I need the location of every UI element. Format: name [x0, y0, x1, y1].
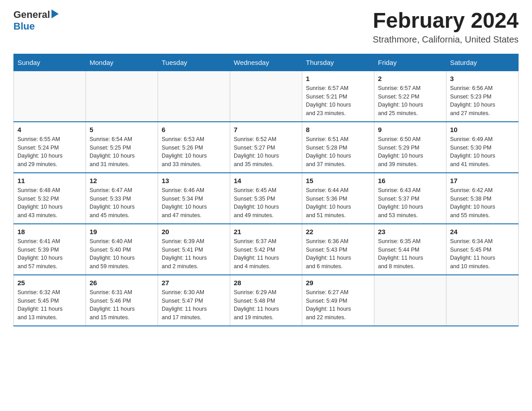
day-number: 6 [162, 126, 226, 133]
logo-triangle-icon [51, 9, 59, 18]
day-info: Sunrise: 6:34 AM Sunset: 5:45 PM Dayligh… [450, 237, 515, 271]
day-number: 4 [17, 126, 82, 133]
title-section: February 2024 Strathmore, California, Un… [373, 9, 519, 45]
calendar-cell: 10Sunrise: 6:49 AM Sunset: 5:30 PM Dayli… [446, 122, 519, 173]
day-info: Sunrise: 6:39 AM Sunset: 5:41 PM Dayligh… [162, 237, 226, 271]
day-header-thursday: Thursday [302, 54, 374, 71]
calendar-cell: 20Sunrise: 6:39 AM Sunset: 5:41 PM Dayli… [158, 224, 230, 275]
calendar-table: SundayMondayTuesdayWednesdayThursdayFrid… [13, 54, 519, 326]
day-info: Sunrise: 6:44 AM Sunset: 5:36 PM Dayligh… [306, 186, 370, 220]
day-number: 3 [450, 75, 515, 82]
logo: General Blue [13, 9, 59, 32]
day-info: Sunrise: 6:55 AM Sunset: 5:24 PM Dayligh… [17, 135, 82, 169]
day-number: 7 [234, 126, 298, 133]
day-info: Sunrise: 6:53 AM Sunset: 5:26 PM Dayligh… [162, 135, 226, 169]
day-number: 22 [306, 228, 370, 235]
day-info: Sunrise: 6:46 AM Sunset: 5:34 PM Dayligh… [162, 186, 226, 220]
calendar-cell [374, 275, 446, 326]
day-info: Sunrise: 6:57 AM Sunset: 5:21 PM Dayligh… [306, 84, 370, 118]
calendar-cell: 14Sunrise: 6:45 AM Sunset: 5:35 PM Dayli… [230, 173, 302, 224]
day-number: 26 [90, 279, 154, 287]
calendar-cell: 3Sunrise: 6:56 AM Sunset: 5:23 PM Daylig… [446, 71, 519, 122]
calendar-cell: 8Sunrise: 6:51 AM Sunset: 5:28 PM Daylig… [302, 122, 374, 173]
day-info: Sunrise: 6:29 AM Sunset: 5:48 PM Dayligh… [234, 288, 298, 322]
calendar-week-row: 4Sunrise: 6:55 AM Sunset: 5:24 PM Daylig… [14, 122, 519, 173]
calendar-cell: 22Sunrise: 6:36 AM Sunset: 5:43 PM Dayli… [302, 224, 374, 275]
calendar-cell: 18Sunrise: 6:41 AM Sunset: 5:39 PM Dayli… [14, 224, 86, 275]
day-info: Sunrise: 6:36 AM Sunset: 5:43 PM Dayligh… [306, 237, 370, 271]
calendar-cell [86, 71, 158, 122]
day-info: Sunrise: 6:47 AM Sunset: 5:33 PM Dayligh… [90, 186, 154, 220]
page-header: General Blue February 2024 Strathmore, C… [13, 9, 519, 45]
calendar-cell: 2Sunrise: 6:57 AM Sunset: 5:22 PM Daylig… [374, 71, 446, 122]
day-info: Sunrise: 6:49 AM Sunset: 5:30 PM Dayligh… [450, 135, 515, 169]
day-header-wednesday: Wednesday [230, 54, 302, 71]
day-info: Sunrise: 6:48 AM Sunset: 5:32 PM Dayligh… [17, 186, 82, 220]
calendar-cell [446, 275, 519, 326]
day-info: Sunrise: 6:51 AM Sunset: 5:28 PM Dayligh… [306, 135, 370, 169]
day-info: Sunrise: 6:41 AM Sunset: 5:39 PM Dayligh… [17, 237, 82, 271]
day-header-monday: Monday [86, 54, 158, 71]
day-info: Sunrise: 6:52 AM Sunset: 5:27 PM Dayligh… [234, 135, 298, 169]
day-info: Sunrise: 6:50 AM Sunset: 5:29 PM Dayligh… [378, 135, 442, 169]
logo-blue-text: Blue [13, 21, 35, 32]
day-info: Sunrise: 6:45 AM Sunset: 5:35 PM Dayligh… [234, 186, 298, 220]
day-number: 10 [450, 126, 515, 133]
day-number: 14 [234, 177, 298, 184]
calendar-cell: 9Sunrise: 6:50 AM Sunset: 5:29 PM Daylig… [374, 122, 446, 173]
day-info: Sunrise: 6:56 AM Sunset: 5:23 PM Dayligh… [450, 84, 515, 118]
calendar-cell: 12Sunrise: 6:47 AM Sunset: 5:33 PM Dayli… [86, 173, 158, 224]
calendar-cell: 11Sunrise: 6:48 AM Sunset: 5:32 PM Dayli… [14, 173, 86, 224]
logo-general-text: General [13, 9, 50, 21]
day-number: 29 [306, 279, 370, 287]
calendar-cell: 6Sunrise: 6:53 AM Sunset: 5:26 PM Daylig… [158, 122, 230, 173]
calendar-header-row: SundayMondayTuesdayWednesdayThursdayFrid… [14, 54, 519, 71]
calendar-cell: 7Sunrise: 6:52 AM Sunset: 5:27 PM Daylig… [230, 122, 302, 173]
day-number: 19 [90, 228, 154, 235]
day-number: 1 [306, 75, 370, 82]
day-number: 8 [306, 126, 370, 133]
day-info: Sunrise: 6:42 AM Sunset: 5:38 PM Dayligh… [450, 186, 515, 220]
calendar-cell: 5Sunrise: 6:54 AM Sunset: 5:25 PM Daylig… [86, 122, 158, 173]
calendar-cell: 29Sunrise: 6:27 AM Sunset: 5:49 PM Dayli… [302, 275, 374, 326]
calendar-cell: 24Sunrise: 6:34 AM Sunset: 5:45 PM Dayli… [446, 224, 519, 275]
day-header-friday: Friday [374, 54, 446, 71]
day-number: 13 [162, 177, 226, 184]
calendar-cell [230, 71, 302, 122]
day-number: 18 [17, 228, 82, 235]
day-number: 28 [234, 279, 298, 287]
day-number: 5 [90, 126, 154, 133]
location-text: Strathmore, California, United States [373, 34, 519, 45]
day-number: 16 [378, 177, 442, 184]
day-info: Sunrise: 6:54 AM Sunset: 5:25 PM Dayligh… [90, 135, 154, 169]
calendar-cell: 1Sunrise: 6:57 AM Sunset: 5:21 PM Daylig… [302, 71, 374, 122]
day-info: Sunrise: 6:43 AM Sunset: 5:37 PM Dayligh… [378, 186, 442, 220]
month-title: February 2024 [373, 9, 519, 33]
day-info: Sunrise: 6:35 AM Sunset: 5:44 PM Dayligh… [378, 237, 442, 271]
day-number: 27 [162, 279, 226, 287]
calendar-cell: 13Sunrise: 6:46 AM Sunset: 5:34 PM Dayli… [158, 173, 230, 224]
day-number: 2 [378, 75, 442, 82]
day-info: Sunrise: 6:37 AM Sunset: 5:42 PM Dayligh… [234, 237, 298, 271]
calendar-week-row: 1Sunrise: 6:57 AM Sunset: 5:21 PM Daylig… [14, 71, 519, 122]
calendar-cell: 28Sunrise: 6:29 AM Sunset: 5:48 PM Dayli… [230, 275, 302, 326]
day-number: 17 [450, 177, 515, 184]
day-number: 23 [378, 228, 442, 235]
calendar-week-row: 11Sunrise: 6:48 AM Sunset: 5:32 PM Dayli… [14, 173, 519, 224]
calendar-cell: 21Sunrise: 6:37 AM Sunset: 5:42 PM Dayli… [230, 224, 302, 275]
calendar-cell: 16Sunrise: 6:43 AM Sunset: 5:37 PM Dayli… [374, 173, 446, 224]
day-number: 11 [17, 177, 82, 184]
day-number: 9 [378, 126, 442, 133]
day-info: Sunrise: 6:57 AM Sunset: 5:22 PM Dayligh… [378, 84, 442, 118]
calendar-week-row: 25Sunrise: 6:32 AM Sunset: 5:45 PM Dayli… [14, 275, 519, 326]
day-number: 20 [162, 228, 226, 235]
day-number: 24 [450, 228, 515, 235]
day-info: Sunrise: 6:40 AM Sunset: 5:40 PM Dayligh… [90, 237, 154, 271]
calendar-cell: 17Sunrise: 6:42 AM Sunset: 5:38 PM Dayli… [446, 173, 519, 224]
calendar-cell [158, 71, 230, 122]
day-info: Sunrise: 6:32 AM Sunset: 5:45 PM Dayligh… [17, 288, 82, 322]
day-header-saturday: Saturday [446, 54, 519, 71]
svg-marker-0 [51, 9, 59, 18]
day-header-tuesday: Tuesday [158, 54, 230, 71]
day-info: Sunrise: 6:31 AM Sunset: 5:46 PM Dayligh… [90, 288, 154, 322]
